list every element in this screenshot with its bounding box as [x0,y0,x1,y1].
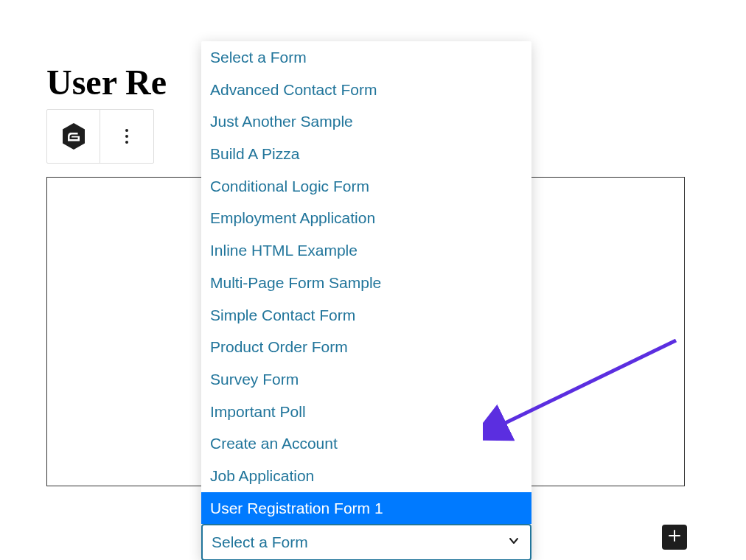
dropdown-option[interactable]: Employment Application [201,202,531,234]
dropdown-list: Select a Form Advanced Contact Form Just… [201,41,531,524]
form-select-dropdown: Select a Form Advanced Contact Form Just… [201,41,531,560]
page-title: User Re [46,62,167,102]
dropdown-option[interactable]: Build A Pizza [201,138,531,170]
dropdown-option[interactable]: Survey Form [201,363,531,396]
dropdown-option[interactable]: Advanced Contact Form [201,74,531,106]
dropdown-option[interactable]: Job Application [201,460,531,492]
dropdown-option[interactable]: Important Poll [201,396,531,428]
plus-icon [666,527,683,547]
dropdown-option[interactable]: Conditional Logic Form [201,170,531,203]
block-icon-button[interactable] [47,110,100,163]
more-vertical-icon [125,129,128,144]
form-select-label: Select a Form [212,533,506,551]
dropdown-option[interactable]: Just Another Sample [201,105,531,138]
dropdown-option[interactable]: Create an Account [201,427,531,460]
dropdown-option[interactable]: Inline HTML Example [201,234,531,267]
block-toolbar [46,109,154,164]
chevron-down-icon [506,533,521,551]
more-options-button[interactable] [100,110,153,163]
add-block-button[interactable] [662,525,687,550]
form-select-control: Select a Form [201,524,531,560]
gravity-forms-icon [61,122,86,150]
dropdown-option[interactable]: Product Order Form [201,331,531,363]
dropdown-option[interactable]: Simple Contact Form [201,299,531,332]
dropdown-option[interactable]: Select a Form [201,41,531,74]
dropdown-option-highlighted[interactable]: User Registration Form 1 [201,492,531,525]
dropdown-option[interactable]: Multi-Page Form Sample [201,267,531,299]
form-select[interactable]: Select a Form [201,524,531,560]
